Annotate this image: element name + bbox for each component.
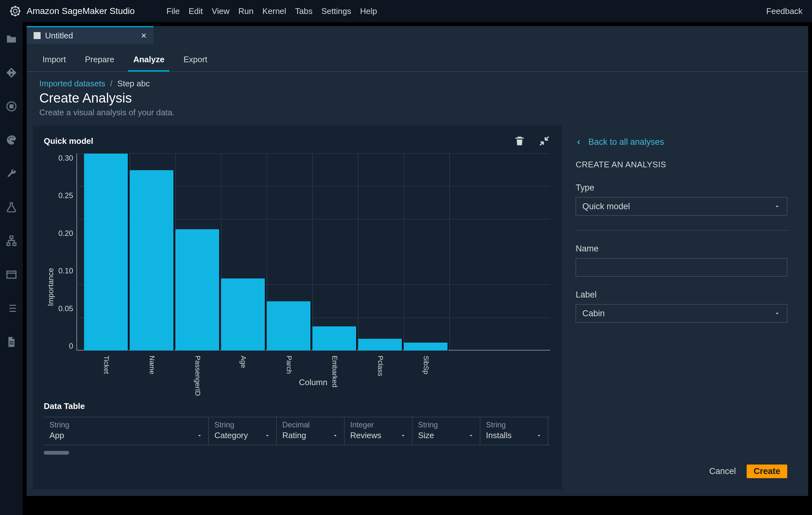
svg-point-12 bbox=[8, 138, 9, 140]
svg-rect-18 bbox=[7, 271, 16, 278]
document-tab[interactable]: Untitled × bbox=[27, 26, 153, 44]
y-tick: 0.25 bbox=[58, 191, 73, 200]
svg-rect-15 bbox=[10, 236, 13, 239]
y-tick: 0 bbox=[69, 342, 73, 351]
table-column[interactable]: IntegerReviews bbox=[345, 417, 412, 445]
y-tick: 0.10 bbox=[58, 266, 73, 275]
close-icon[interactable]: × bbox=[141, 31, 147, 40]
table-column[interactable]: StringSize bbox=[412, 417, 480, 445]
chevron-down-icon bbox=[400, 432, 406, 439]
delete-icon[interactable] bbox=[514, 135, 525, 147]
table-column[interactable]: DecimalRating bbox=[277, 417, 345, 445]
app-logo-icon bbox=[9, 5, 21, 17]
column-name: Category bbox=[214, 431, 270, 440]
tab-analyze[interactable]: Analyze bbox=[130, 50, 168, 72]
list-icon[interactable] bbox=[5, 302, 18, 314]
page-subtitle: Create a visual analysis of your data. bbox=[39, 108, 795, 117]
table-column[interactable]: StringApp bbox=[44, 417, 209, 445]
chevron-down-icon bbox=[332, 432, 339, 439]
left-rail bbox=[0, 22, 23, 515]
y-tick: 0.05 bbox=[58, 304, 73, 313]
palette-icon[interactable] bbox=[5, 134, 18, 146]
column-type: String bbox=[418, 421, 474, 429]
table-column[interactable]: StringInstalls bbox=[480, 417, 548, 445]
type-select-value: Quick model bbox=[582, 201, 630, 212]
analysis-preview-pane: Quick model Importance bbox=[33, 126, 561, 490]
section-heading: CREATE AN ANALYSIS bbox=[576, 160, 787, 169]
app-title: Amazon SageMaker Studio bbox=[27, 6, 135, 16]
table-column[interactable]: StringCategory bbox=[209, 417, 277, 445]
chevron-down-icon bbox=[264, 432, 270, 439]
chevron-down-icon bbox=[196, 432, 203, 439]
menu-group: File Edit View Run Kernel Tabs Settings … bbox=[167, 6, 377, 16]
document-tabstrip: Untitled × bbox=[27, 26, 808, 44]
flask-icon[interactable] bbox=[5, 201, 18, 213]
horizontal-scrollbar[interactable] bbox=[44, 451, 69, 455]
menu-tabs[interactable]: Tabs bbox=[295, 6, 313, 16]
column-type: String bbox=[214, 421, 270, 429]
svg-rect-11 bbox=[10, 105, 13, 108]
breadcrumb: Imported datasets / Step abc bbox=[39, 79, 795, 88]
document-tab-label: Untitled bbox=[45, 31, 73, 40]
chart-y-axis: 0.300.250.200.100.050 bbox=[55, 154, 77, 385]
folder-icon[interactable] bbox=[5, 33, 18, 45]
svg-point-4 bbox=[14, 6, 16, 8]
configuration-panel: Back to all analyses CREATE AN ANALYSIS … bbox=[561, 126, 802, 490]
svg-point-3 bbox=[19, 10, 20, 12]
action-bar: Cancel Create bbox=[576, 452, 787, 478]
menu-kernel[interactable]: Kernel bbox=[262, 6, 286, 16]
chevron-down-icon bbox=[774, 203, 781, 210]
stop-icon[interactable] bbox=[5, 100, 18, 112]
svg-rect-20 bbox=[9, 344, 13, 345]
create-button[interactable]: Create bbox=[747, 464, 787, 478]
svg-point-8 bbox=[18, 7, 19, 8]
wrench-icon[interactable] bbox=[5, 168, 18, 180]
mode-tabs: Import Prepare Analyze Export bbox=[27, 44, 808, 72]
svg-point-13 bbox=[10, 137, 11, 138]
svg-point-7 bbox=[18, 13, 19, 15]
back-to-analyses-link[interactable]: Back to all analyses bbox=[576, 137, 787, 147]
window-icon[interactable] bbox=[5, 269, 18, 281]
chevron-down-icon bbox=[468, 432, 474, 439]
column-type: String bbox=[486, 421, 542, 429]
breadcrumb-current: Step abc bbox=[117, 79, 150, 88]
column-name: Rating bbox=[282, 431, 339, 440]
breadcrumb-link[interactable]: Imported datasets bbox=[39, 79, 105, 88]
divider bbox=[576, 230, 787, 231]
chevron-down-icon bbox=[536, 432, 542, 439]
data-table: StringAppStringCategoryDecimalRatingInte… bbox=[44, 417, 550, 445]
tab-import[interactable]: Import bbox=[39, 50, 69, 72]
cancel-button[interactable]: Cancel bbox=[709, 466, 736, 476]
y-tick: 0.30 bbox=[58, 154, 73, 163]
tab-export[interactable]: Export bbox=[180, 50, 210, 72]
type-select[interactable]: Quick model bbox=[576, 197, 787, 216]
menu-file[interactable]: File bbox=[167, 6, 180, 16]
name-input[interactable] bbox=[576, 258, 787, 276]
network-icon[interactable] bbox=[5, 235, 18, 247]
menu-run[interactable]: Run bbox=[238, 6, 254, 16]
menu-view[interactable]: View bbox=[212, 6, 230, 16]
svg-point-0 bbox=[13, 9, 17, 13]
collapse-icon[interactable] bbox=[539, 135, 550, 147]
chart-bar bbox=[130, 170, 174, 351]
label-select[interactable]: Cabin bbox=[576, 304, 787, 323]
column-name: App bbox=[50, 431, 203, 440]
chart-bar bbox=[175, 229, 220, 351]
menu-edit[interactable]: Edit bbox=[189, 6, 203, 16]
chart-bar bbox=[313, 326, 357, 351]
svg-rect-17 bbox=[13, 243, 16, 245]
label-label: Label bbox=[576, 290, 787, 300]
page-title: Create Analysis bbox=[39, 90, 795, 106]
menu-settings[interactable]: Settings bbox=[321, 6, 351, 16]
label-select-value: Cabin bbox=[582, 308, 605, 319]
document-icon[interactable] bbox=[5, 336, 18, 348]
feedback-link[interactable]: Feedback bbox=[766, 6, 803, 16]
column-type: Integer bbox=[350, 421, 406, 429]
tab-prepare[interactable]: Prepare bbox=[82, 50, 118, 72]
svg-rect-19 bbox=[9, 341, 13, 342]
document-type-icon bbox=[34, 32, 40, 39]
menu-help[interactable]: Help bbox=[360, 6, 377, 16]
svg-point-14 bbox=[12, 137, 13, 138]
svg-point-9 bbox=[11, 13, 13, 15]
git-icon[interactable] bbox=[5, 67, 18, 79]
